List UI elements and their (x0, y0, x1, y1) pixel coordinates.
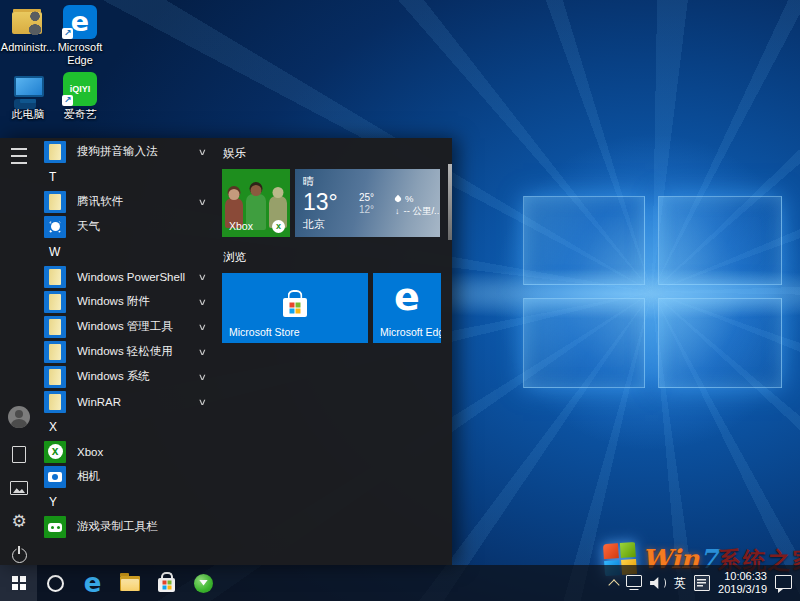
action-center-icon[interactable] (775, 575, 792, 589)
scrollbar[interactable] (448, 164, 452, 240)
weather-tile[interactable]: 晴 13° 25° 12° % ↓-- 公里/... 北京 (295, 169, 440, 237)
start-menu-rail: ⚙ (0, 138, 38, 565)
desktop-icon[interactable]: Administr... (2, 5, 54, 72)
xbox-tile[interactable]: Xbox (222, 169, 290, 237)
app-list-row[interactable]: Windows 管理工具 ∨ (38, 314, 218, 339)
desktop-icon-label: Administr... (1, 41, 55, 54)
start-button[interactable] (0, 565, 37, 601)
weather-city: 北京 (303, 217, 325, 232)
user-avatar[interactable] (8, 406, 30, 428)
search-button[interactable] (37, 565, 74, 601)
app-list-row[interactable]: Windows PowerShell ∨ (38, 264, 218, 289)
app-list-row[interactable]: Windows 附件 ∨ (38, 289, 218, 314)
green-ball-icon (194, 574, 213, 593)
weather-stats: % ↓-- 公里/... (395, 193, 440, 217)
taskbar-left: e (0, 565, 222, 601)
tile-group-title: 浏览 (223, 250, 448, 265)
chevron-down-icon: ∨ (198, 297, 207, 307)
pictures-icon[interactable] (10, 481, 28, 495)
app-list-row[interactable]: W ∨ (38, 239, 218, 264)
app-icon (44, 316, 66, 338)
green-app-button[interactable] (185, 565, 222, 601)
app-label: Xbox (77, 446, 103, 458)
app-icon (44, 141, 66, 163)
app-label: Windows 附件 (77, 294, 150, 309)
volume-button[interactable] (650, 577, 666, 589)
hamburger-menu-icon[interactable] (11, 148, 27, 164)
chevron-down-icon: ∨ (198, 197, 207, 207)
app-icon (44, 191, 66, 213)
app-list-row[interactable]: Xbox ∨ (38, 439, 218, 464)
app-list-row[interactable]: 游戏录制工具栏 ∨ (38, 514, 218, 539)
hidden-icons-chevron-icon[interactable] (608, 579, 619, 590)
store-bag-icon (283, 298, 307, 317)
chevron-down-icon: ∨ (198, 272, 207, 282)
taskbar-edge-button[interactable]: e (74, 565, 111, 601)
desktop-icon-image (11, 5, 45, 39)
icon-badge-text (11, 5, 45, 39)
store-button[interactable] (148, 565, 185, 601)
app-label: 天气 (77, 219, 100, 234)
desktop-icon-grid: Administr... Microsoft Edge 此电脑 iQIYI 爱奇… (2, 5, 106, 139)
network-icon[interactable] (626, 575, 642, 587)
shortcut-arrow-icon (62, 28, 73, 39)
ime-language-indicator[interactable]: 英 (674, 575, 686, 592)
app-label: 游戏录制工具栏 (77, 519, 158, 534)
app-icon (44, 516, 66, 538)
app-label: Y (49, 495, 57, 509)
system-tray: 英 10:06:33 2019/3/19 (610, 565, 800, 601)
microsoft-store-tile[interactable]: Microsoft Store (222, 273, 368, 343)
edge-icon: e (373, 275, 441, 319)
windows-logo-panes (523, 196, 783, 388)
app-list-row[interactable]: 腾讯软件 ∨ (38, 189, 218, 214)
edge-icon: e (84, 570, 102, 596)
app-list-row[interactable]: Windows 轻松使用 ∨ (38, 339, 218, 364)
tile-label: Xbox (229, 220, 253, 232)
desktop-icon[interactable]: iQIYI 爱奇艺 (54, 72, 106, 139)
power-icon[interactable] (12, 548, 27, 563)
app-list-row[interactable]: Y ∨ (38, 489, 218, 514)
app-icon (44, 366, 66, 388)
app-label: 搜狗拼音输入法 (77, 144, 158, 159)
settings-gear-icon[interactable]: ⚙ (11, 513, 26, 530)
app-list-row[interactable]: T ∨ (38, 164, 218, 189)
ime-mode-icon[interactable] (694, 575, 710, 591)
app-label: W (49, 245, 60, 259)
chevron-down-icon: ∨ (198, 322, 207, 332)
app-list-row[interactable]: X ∨ (38, 414, 218, 439)
desktop-icon-image (11, 72, 45, 106)
weather-high-low: 25° 12° (359, 192, 374, 216)
app-list-row[interactable]: 相机 ∨ (38, 464, 218, 489)
chevron-down-icon: ∨ (198, 147, 207, 157)
app-list-row[interactable]: 天气 ∨ (38, 214, 218, 239)
documents-icon[interactable] (12, 446, 26, 463)
app-label: Windows 轻松使用 (77, 344, 173, 359)
shortcut-arrow-icon (62, 95, 73, 106)
file-explorer-button[interactable] (111, 565, 148, 601)
microsoft-edge-tile[interactable]: e Microsoft Edge (373, 273, 441, 343)
clock[interactable]: 10:06:33 2019/3/19 (718, 570, 767, 596)
window-pane (658, 196, 782, 285)
tile-group-title: 娱乐 (223, 146, 448, 161)
start-tiles: 娱乐 Xbox 晴 13° 25° 12° % ↓-- 公里/... (222, 146, 448, 343)
chevron-down-icon: ∨ (198, 397, 207, 407)
app-list-row[interactable]: WinRAR ∨ (38, 389, 218, 414)
tile-label: Microsoft Store (229, 326, 300, 338)
app-icon (44, 266, 66, 288)
weather-low: 12° (359, 204, 374, 216)
window-pane (658, 298, 782, 388)
app-icon (44, 466, 66, 488)
desktop-icon[interactable]: 此电脑 (2, 72, 54, 139)
windows-logo-icon (12, 576, 26, 590)
app-list-row[interactable]: 搜狗拼音输入法 ∨ (38, 139, 218, 164)
store-bag-icon (158, 578, 175, 592)
desktop-icon-image (63, 5, 97, 39)
tile-label: Microsoft Edge (380, 326, 441, 338)
desktop-icon-image: iQIYI (63, 72, 97, 106)
tray-time: 10:06:33 (718, 570, 767, 583)
weather-high: 25° (359, 192, 374, 204)
window-pane (523, 196, 645, 285)
desktop-icon[interactable]: Microsoft Edge (54, 5, 106, 72)
app-label: Windows 管理工具 (77, 319, 173, 334)
app-list-row[interactable]: Windows 系统 ∨ (38, 364, 218, 389)
